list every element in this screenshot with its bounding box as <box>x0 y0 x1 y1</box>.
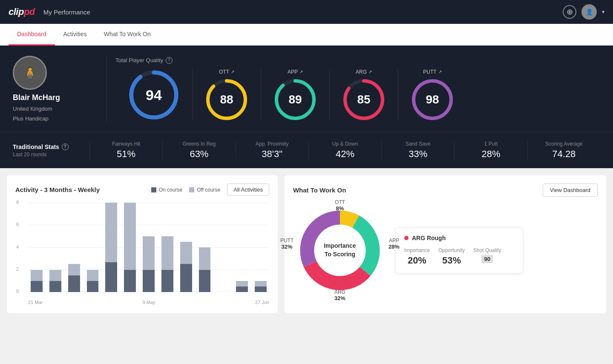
gauge-circle-putt: 98 <box>411 78 454 121</box>
arrow-up-icon: ↗ <box>438 69 442 74</box>
bar-off <box>105 203 117 262</box>
stat-sand-save: Sand Save 33% <box>381 141 454 160</box>
arg-info-box: ARG Rough Importance 20% Opportunity 53%… <box>395 227 523 273</box>
arg-shot-quality: Shot Quality 90 <box>473 247 501 266</box>
gauge-value-overall: 94 <box>146 86 162 103</box>
bars-container <box>28 203 269 292</box>
gauge-label-putt: PUTT ↗ <box>423 69 441 75</box>
legend-on-course: On course <box>151 187 182 193</box>
what-to-work-card: What To Work On View Dashboard <box>285 175 606 313</box>
tab-dashboard[interactable]: Dashboard <box>9 24 55 46</box>
square-off-icon <box>189 187 194 192</box>
arrow-up-icon: ↗ <box>299 69 303 74</box>
activity-chart-title: Activity - 3 Months - Weekly <box>15 186 100 193</box>
stat-1-putt: 1 Putt 28% <box>454 141 527 160</box>
gauge-arg: ARG ↗ 85 <box>330 69 398 121</box>
gauge-label-app: APP ↗ <box>288 69 303 75</box>
all-activities-button[interactable]: All Activities <box>227 183 269 196</box>
arg-metrics: Importance 20% Opportunity 53% Shot Qual… <box>404 247 514 266</box>
quality-label: Total Player Quality ? <box>115 57 600 64</box>
gauge-value-arg: 85 <box>357 93 370 106</box>
stat-up-down: Up & Down 42% <box>308 141 381 160</box>
bar-on <box>87 281 99 292</box>
bar-on <box>143 270 155 292</box>
bar-off <box>49 270 61 281</box>
trad-stats-title: Traditional Stats ? <box>13 143 89 150</box>
gauge-label-ott: OTT ↗ <box>219 69 234 75</box>
trad-stats-sub: Last 20 rounds <box>13 152 89 158</box>
bar-on <box>199 270 211 292</box>
player-name: Blair McHarg <box>13 93 60 102</box>
traditional-stats: Traditional Stats ? Last 20 rounds Fairw… <box>0 132 613 168</box>
avatar[interactable]: 👤 <box>581 4 597 20</box>
gauge-value-app: 89 <box>288 93 302 106</box>
bar-off <box>161 236 173 270</box>
view-dashboard-button[interactable]: View Dashboard <box>543 183 598 197</box>
chart-controls: On course Off course All Activities <box>151 183 269 196</box>
tab-activities[interactable]: Activities <box>55 24 95 46</box>
bar-group-4 <box>103 203 120 292</box>
bar-off <box>143 236 155 270</box>
tab-what-to-work-on[interactable]: What To Work On <box>95 24 159 46</box>
arrow-up-icon: ↗ <box>368 69 372 74</box>
bar-group-7 <box>159 203 176 292</box>
bar-on <box>255 287 267 292</box>
bar-group-9 <box>196 203 213 292</box>
quality-section: Total Player Quality ? 94 OTT ↗ <box>115 57 600 121</box>
x-label-jun: 27 Jun <box>255 300 269 305</box>
header-title: My Performance <box>43 9 563 16</box>
app-header: clippd My Performance ⊕ 👤 ▾ <box>0 0 613 24</box>
bar-group-10 <box>215 203 232 292</box>
header-actions: ⊕ 👤 ▾ <box>563 4 604 20</box>
arg-dot-icon <box>404 236 409 240</box>
arg-box-title: ARG Rough <box>404 235 514 241</box>
help-icon[interactable]: ? <box>62 143 69 150</box>
bar-group-2 <box>66 203 83 292</box>
segment-label-putt: PUTT 32% <box>280 238 294 250</box>
help-icon[interactable]: ? <box>166 57 173 64</box>
gauge-circle-overall: 94 <box>128 69 179 120</box>
donut-wrapper: ImportanceTo Scoring OTT 8% APP 28% ARG … <box>293 203 387 297</box>
gauges-row: 94 OTT ↗ 88 AP <box>115 69 600 121</box>
bar-off <box>199 247 211 270</box>
arrow-up-icon: ↗ <box>231 69 234 74</box>
player-handicap: Plus Handicap <box>13 115 49 122</box>
avatar: 🧍 <box>13 56 47 90</box>
what-to-work-header: What To Work On View Dashboard <box>293 183 598 197</box>
gauge-value-ott: 88 <box>220 93 233 106</box>
bar-group-8 <box>178 203 195 292</box>
bar-off <box>180 242 192 264</box>
stat-scoring-average: Scoring Average 74.28 <box>527 141 600 160</box>
svg-rect-10 <box>151 187 156 192</box>
bar-off <box>236 281 248 287</box>
gauge-circle-ott: 88 <box>205 78 248 121</box>
gauge-label-arg: ARG ↗ <box>356 69 372 75</box>
segment-label-ott: OTT 8% <box>335 199 345 212</box>
add-button[interactable]: ⊕ <box>563 5 576 19</box>
x-label-may: 9 May <box>143 300 155 305</box>
bar-on <box>105 262 117 292</box>
square-on-icon <box>151 187 156 192</box>
bar-on <box>161 270 173 292</box>
trad-stats-label: Traditional Stats ? Last 20 rounds <box>13 143 89 158</box>
gauge-circle-arg: 85 <box>342 78 385 121</box>
arg-opportunity: Opportunity 53% <box>438 247 465 266</box>
gauge-circle-app: 89 <box>274 78 317 121</box>
bar-off <box>255 281 267 287</box>
bar-group-0 <box>28 203 45 292</box>
bar-off <box>68 264 80 275</box>
bar-on <box>31 281 43 292</box>
bar-on <box>236 287 248 292</box>
stat-greens-in-reg: Greens In Reg 63% <box>162 141 235 160</box>
bar-group-6 <box>140 203 157 292</box>
gauge-app: APP ↗ 89 <box>261 69 330 121</box>
activity-chart-header: Activity - 3 Months - Weekly On course O… <box>15 183 269 196</box>
segment-label-arg: ARG 32% <box>334 289 345 301</box>
segment-label-app: APP 28% <box>389 238 400 250</box>
what-to-work-title: What To Work On <box>293 186 346 194</box>
stat-fairways-hit: Fairways Hit 51% <box>89 141 162 160</box>
shot-quality-badge: 90 <box>481 255 492 263</box>
arg-importance: Importance 20% <box>404 247 430 266</box>
player-info: 🧍 Blair McHarg United Kingdom Plus Handi… <box>13 56 98 122</box>
activity-chart-card: Activity - 3 Months - Weekly On course O… <box>7 175 278 313</box>
